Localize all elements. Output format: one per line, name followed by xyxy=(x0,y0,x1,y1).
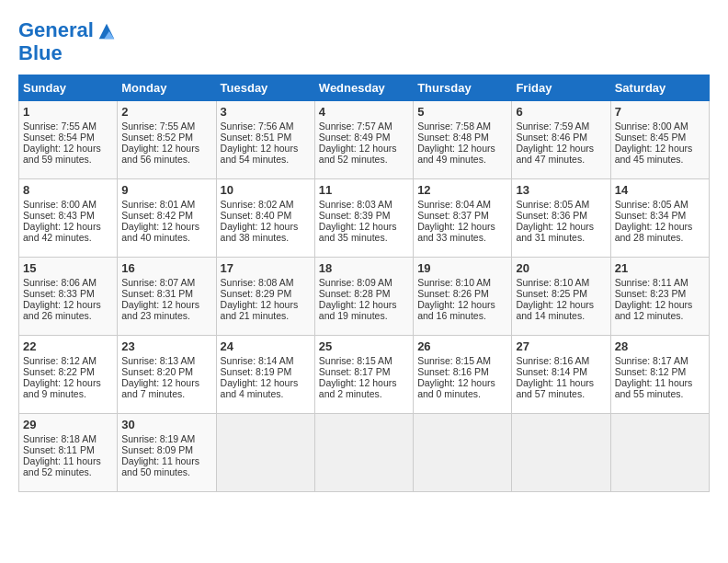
week-row-1: 1 Sunrise: 7:55 AM Sunset: 8:54 PM Dayli… xyxy=(19,100,710,178)
sunrise-label: Sunrise: 8:15 AM xyxy=(319,355,392,366)
sunrise-label: Sunrise: 8:16 AM xyxy=(516,355,589,366)
day-number: 20 xyxy=(516,261,606,275)
daylight-mins: and 19 minutes. xyxy=(319,310,388,321)
cell-day-empty-2 xyxy=(216,413,314,491)
sunset-label: Sunset: 8:20 PM xyxy=(121,366,193,377)
daylight-label: Daylight: 12 hours xyxy=(417,143,495,154)
sunrise-label: Sunrise: 8:04 AM xyxy=(417,199,491,210)
daylight-label: Daylight: 12 hours xyxy=(417,221,495,232)
cell-day-17: 17 Sunrise: 8:08 AM Sunset: 8:29 PM Dayl… xyxy=(216,257,314,335)
daylight-label: Daylight: 12 hours xyxy=(516,143,594,154)
daylight-mins: and 2 minutes. xyxy=(319,388,382,399)
daylight-mins: and 4 minutes. xyxy=(221,388,284,399)
day-number: 8 xyxy=(23,183,113,197)
cell-day-19: 19 Sunrise: 8:10 AM Sunset: 8:26 PM Dayl… xyxy=(414,257,512,335)
cell-day-11: 11 Sunrise: 8:03 AM Sunset: 8:39 PM Dayl… xyxy=(314,178,413,257)
daylight-mins: and 54 minutes. xyxy=(221,154,290,165)
day-number: 9 xyxy=(121,183,211,197)
cell-day-empty-6 xyxy=(610,413,709,491)
daylight-label: Daylight: 12 hours xyxy=(319,299,397,310)
cell-day-13: 13 Sunrise: 8:05 AM Sunset: 8:36 PM Dayl… xyxy=(512,178,610,257)
week-row-2: 8 Sunrise: 8:00 AM Sunset: 8:43 PM Dayli… xyxy=(19,178,710,257)
daylight-label: Daylight: 12 hours xyxy=(319,377,397,388)
daylight-label: Daylight: 12 hours xyxy=(23,377,101,388)
daylight-label: Daylight: 12 hours xyxy=(615,299,693,310)
cell-day-14: 14 Sunrise: 8:05 AM Sunset: 8:34 PM Dayl… xyxy=(610,178,709,257)
daylight-label: Daylight: 12 hours xyxy=(615,221,693,232)
sunset-label: Sunset: 8:17 PM xyxy=(319,366,391,377)
cell-day-26: 26 Sunrise: 8:15 AM Sunset: 8:16 PM Dayl… xyxy=(414,335,512,413)
sunset-label: Sunset: 8:43 PM xyxy=(23,210,95,221)
cell-day-3: 3 Sunrise: 7:56 AM Sunset: 8:51 PM Dayli… xyxy=(216,100,314,178)
daylight-label: Daylight: 12 hours xyxy=(23,143,101,154)
cell-day-24: 24 Sunrise: 8:14 AM Sunset: 8:19 PM Dayl… xyxy=(216,335,314,413)
sunrise-label: Sunrise: 8:06 AM xyxy=(23,277,97,288)
day-number: 24 xyxy=(221,339,311,353)
week-row-5: 29 Sunrise: 8:18 AM Sunset: 8:11 PM Dayl… xyxy=(19,413,710,491)
cell-day-5: 5 Sunrise: 7:58 AM Sunset: 8:48 PM Dayli… xyxy=(414,100,512,178)
sunrise-label: Sunrise: 8:10 AM xyxy=(417,277,491,288)
header-row: Sunday Monday Tuesday Wednesday Thursday… xyxy=(19,75,710,100)
sunrise-label: Sunrise: 8:08 AM xyxy=(221,277,294,288)
sunset-label: Sunset: 8:09 PM xyxy=(121,444,193,455)
sunset-label: Sunset: 8:49 PM xyxy=(319,132,391,143)
daylight-label: Daylight: 11 hours xyxy=(615,377,693,388)
cell-day-22: 22 Sunrise: 8:12 AM Sunset: 8:22 PM Dayl… xyxy=(19,335,118,413)
daylight-mins: and 33 minutes. xyxy=(417,232,486,243)
daylight-label: Daylight: 12 hours xyxy=(121,221,199,232)
daylight-label: Daylight: 12 hours xyxy=(23,221,101,232)
day-number: 11 xyxy=(319,183,409,197)
daylight-label: Daylight: 12 hours xyxy=(121,299,199,310)
day-number: 23 xyxy=(121,339,211,353)
daylight-label: Daylight: 12 hours xyxy=(221,143,299,154)
daylight-label: Daylight: 12 hours xyxy=(516,299,594,310)
daylight-mins: and 55 minutes. xyxy=(615,388,684,399)
sunset-label: Sunset: 8:14 PM xyxy=(516,366,587,377)
cell-day-4: 4 Sunrise: 7:57 AM Sunset: 8:49 PM Dayli… xyxy=(314,100,413,178)
daylight-mins: and 16 minutes. xyxy=(417,310,486,321)
day-number: 6 xyxy=(516,105,606,119)
cell-day-23: 23 Sunrise: 8:13 AM Sunset: 8:20 PM Dayl… xyxy=(118,335,216,413)
day-number: 1 xyxy=(23,105,113,119)
day-number: 26 xyxy=(417,339,507,353)
daylight-mins: and 31 minutes. xyxy=(516,232,585,243)
day-number: 30 xyxy=(121,418,211,431)
sunrise-label: Sunrise: 7:58 AM xyxy=(417,121,491,132)
cell-day-9: 9 Sunrise: 8:01 AM Sunset: 8:42 PM Dayli… xyxy=(118,178,216,257)
sunrise-label: Sunrise: 8:00 AM xyxy=(23,199,97,210)
sunrise-label: Sunrise: 8:05 AM xyxy=(615,199,688,210)
sunset-label: Sunset: 8:54 PM xyxy=(23,132,95,143)
sunset-label: Sunset: 8:37 PM xyxy=(417,210,489,221)
day-number: 19 xyxy=(417,261,507,275)
cell-day-21: 21 Sunrise: 8:11 AM Sunset: 8:23 PM Dayl… xyxy=(610,257,709,335)
daylight-label: Daylight: 12 hours xyxy=(417,377,495,388)
sunrise-label: Sunrise: 8:15 AM xyxy=(417,355,491,366)
day-number: 15 xyxy=(23,261,113,275)
calendar-body: 1 Sunrise: 7:55 AM Sunset: 8:54 PM Dayli… xyxy=(19,100,710,491)
cell-day-6: 6 Sunrise: 7:59 AM Sunset: 8:46 PM Dayli… xyxy=(512,100,610,178)
daylight-label: Daylight: 12 hours xyxy=(417,299,495,310)
week-row-3: 15 Sunrise: 8:06 AM Sunset: 8:33 PM Dayl… xyxy=(19,257,710,335)
sunrise-label: Sunrise: 8:02 AM xyxy=(221,199,294,210)
sunset-label: Sunset: 8:22 PM xyxy=(23,366,95,377)
sunset-label: Sunset: 8:11 PM xyxy=(23,444,95,455)
day-number: 21 xyxy=(615,261,705,275)
sunrise-label: Sunrise: 7:57 AM xyxy=(319,121,392,132)
daylight-mins: and 49 minutes. xyxy=(417,154,486,165)
daylight-mins: and 12 minutes. xyxy=(615,310,684,321)
sunrise-label: Sunrise: 8:09 AM xyxy=(319,277,392,288)
daylight-mins: and 0 minutes. xyxy=(417,388,481,399)
sunrise-label: Sunrise: 8:03 AM xyxy=(319,199,392,210)
sunrise-label: Sunrise: 8:10 AM xyxy=(516,277,589,288)
day-number: 16 xyxy=(121,261,211,275)
sunrise-label: Sunrise: 8:07 AM xyxy=(121,277,195,288)
daylight-mins: and 40 minutes. xyxy=(121,232,190,243)
cell-day-10: 10 Sunrise: 8:02 AM Sunset: 8:40 PM Dayl… xyxy=(216,178,314,257)
sunset-label: Sunset: 8:33 PM xyxy=(23,288,95,299)
sunrise-label: Sunrise: 8:14 AM xyxy=(221,355,294,366)
sunset-label: Sunset: 8:48 PM xyxy=(417,132,489,143)
sunset-label: Sunset: 8:45 PM xyxy=(615,132,687,143)
sunrise-label: Sunrise: 7:55 AM xyxy=(23,121,97,132)
cell-day-18: 18 Sunrise: 8:09 AM Sunset: 8:28 PM Dayl… xyxy=(314,257,413,335)
daylight-mins: and 14 minutes. xyxy=(516,310,585,321)
